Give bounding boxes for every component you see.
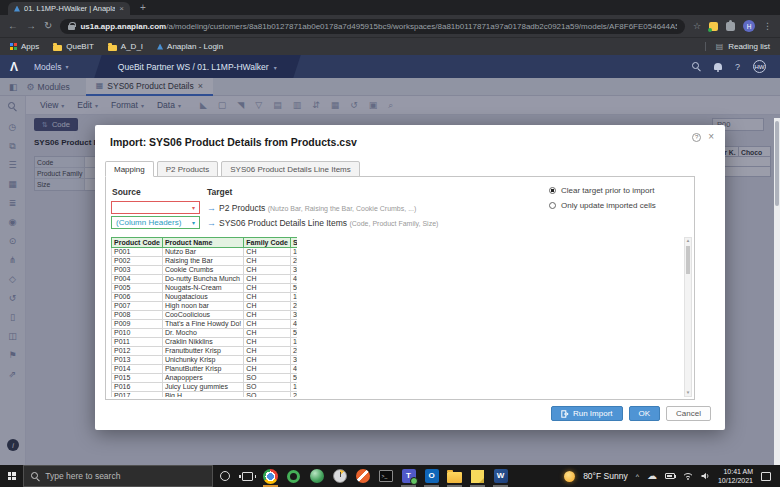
new-tab-button[interactable]: +: [140, 3, 146, 13]
browser-tab[interactable]: 01. L1MP-HWalker | Anaplan ×: [8, 2, 130, 15]
network-icon[interactable]: [683, 472, 693, 480]
taskbar-green-sphere-app[interactable]: [305, 465, 328, 487]
search-icon[interactable]: [692, 62, 701, 71]
bookmark-folder-quebit[interactable]: QueBIT: [53, 42, 94, 51]
onedrive-cloud-icon[interactable]: ☁: [647, 471, 657, 481]
app-body: ◧ ⚙Modules ▦ SYS06 Product Details × ◷⧉☰…: [0, 78, 780, 465]
cortana-icon: [220, 471, 230, 481]
option-clear-target[interactable]: Clear target prior to import: [549, 186, 656, 195]
search-input[interactable]: [45, 471, 205, 481]
Nougats-N-Cream: P005 Nougats-N-Cream CH 500g: [112, 284, 298, 293]
url-bar[interactable]: us1a.app.anaplan.com/a/modeling/customer…: [60, 19, 685, 34]
tray-chevron-icon[interactable]: ^: [636, 473, 639, 480]
battery-icon[interactable]: [665, 473, 675, 479]
apps-grid-icon: [10, 43, 17, 50]
run-import-icon: [561, 410, 569, 418]
tab-close-icon[interactable]: ×: [119, 5, 124, 13]
taskbar-clock-app[interactable]: [328, 465, 351, 487]
help-icon[interactable]: ?: [735, 62, 740, 72]
lock-icon: [68, 25, 75, 30]
taskbar-teams[interactable]: T: [397, 465, 420, 487]
Dr. Mocho: P010 Dr. Mocho CH 500g: [112, 329, 298, 338]
sticky-notes-icon: [471, 470, 484, 483]
tab-p2-products[interactable]: P2 Products: [157, 161, 219, 177]
task-view-button[interactable]: [236, 465, 259, 487]
ok-button[interactable]: OK: [629, 406, 661, 421]
dialog-help-icon[interactable]: ?: [692, 133, 701, 142]
taskbar-word[interactable]: W: [489, 465, 512, 487]
back-icon[interactable]: ←: [8, 21, 18, 31]
table-scrollbar[interactable]: ▲ ▼: [684, 237, 692, 397]
weather-text[interactable]: 80°F Sunny: [583, 471, 628, 481]
volume-icon[interactable]: [701, 472, 710, 480]
outlook-icon: O: [425, 469, 439, 483]
taskbar-sticky-notes[interactable]: [466, 465, 489, 487]
cortana-button[interactable]: [213, 465, 236, 487]
bookmark-folder-adi[interactable]: A_D_I: [108, 42, 143, 51]
table-header-cell: Product Name: [162, 238, 243, 248]
target-line-items: SYS06 Product Details Line Items (Code, …: [219, 218, 438, 228]
forward-icon[interactable]: →: [26, 21, 36, 31]
radio-selected-icon[interactable]: [549, 187, 556, 194]
browser-menu-icon[interactable]: ⋮: [763, 21, 772, 31]
bookmark-apps[interactable]: Apps: [10, 42, 39, 51]
screen: 01. L1MP-HWalker | Anaplan × + ← → ↻ us1…: [0, 0, 780, 487]
taskbar-orange-app[interactable]: [351, 465, 374, 487]
user-avatar[interactable]: HW: [753, 60, 766, 73]
anaplan-favicon-icon: [14, 6, 20, 12]
action-center-icon[interactable]: [761, 472, 771, 481]
map-arrow-icon: →: [207, 218, 216, 228]
cancel-button[interactable]: Cancel: [666, 406, 711, 421]
anaplan-logo-icon: Λ: [10, 61, 18, 73]
Nougatacious: P006 Nougatacious CH 100g: [112, 293, 298, 302]
weather-sun-icon[interactable]: [564, 471, 575, 482]
chevron-down-icon: ▾: [65, 63, 68, 70]
browser-profile-avatar[interactable]: H: [743, 20, 755, 32]
bookmarks-bar: Apps QueBIT A_D_I Anaplan - Login ▤Readi…: [0, 37, 780, 55]
extensions-puzzle-icon[interactable]: [726, 22, 735, 31]
run-import-button[interactable]: Run Import: [551, 406, 623, 421]
anaplan-favicon-icon: [157, 44, 163, 50]
dialog-tabs: Mapping P2 Products SYS06 Product Detail…: [105, 161, 363, 177]
mapping-panel: Source Target ▾ → P2 Products (Nutzo Bar…: [105, 176, 695, 400]
bookmark-anaplan-login[interactable]: Anaplan - Login: [157, 42, 223, 51]
notifications-bell-icon[interactable]: [714, 63, 722, 70]
tab-sys06-line-items[interactable]: SYS06 Product Details Line Items: [221, 161, 360, 177]
chevron-down-icon: ▾: [192, 219, 195, 226]
tab-mapping[interactable]: Mapping: [105, 161, 154, 177]
system-tray: 80°F Sunny ^ ☁ 10:41 AM10/12/2021: [564, 467, 780, 486]
taskbar-file-explorer[interactable]: [443, 465, 466, 487]
folder-icon: [53, 45, 62, 51]
dialog-close-icon[interactable]: ×: [708, 132, 714, 142]
taskbar-chrome[interactable]: [259, 465, 282, 487]
taskbar-terminal[interactable]: >_: [374, 465, 397, 487]
radio-icon[interactable]: [549, 202, 556, 209]
scrollbar-thumb[interactable]: [775, 121, 779, 206]
anaplan-header: Λ Models▾ QueBit Partner WS / 01. L1MP-H…: [0, 55, 780, 78]
source-select-2[interactable]: (Column Headers)▾: [111, 216, 200, 229]
reading-list-button[interactable]: ▤Reading list: [705, 42, 770, 51]
Cookie Crumbs: P003 Cookie Crumbs CH 300g: [112, 266, 298, 275]
file-explorer-icon: [447, 472, 462, 483]
bookmark-star-icon[interactable]: ☆: [693, 21, 701, 31]
taskbar: >_ T O W 80°F Sunny ^ ☁ 10:41 AM10/12/20…: [0, 465, 780, 487]
scroll-up-icon[interactable]: ▲: [685, 239, 691, 244]
PlanutButter Krisp: P014 PlanutButter Krisp CH 400g: [112, 365, 298, 374]
preview-table: Product CodeProduct NameFamily CodeSize …: [111, 237, 297, 397]
green-ring-app-icon: [287, 470, 300, 483]
taskbar-clock[interactable]: 10:41 AM10/12/2021: [718, 467, 753, 486]
models-dropdown[interactable]: Models▾: [34, 62, 68, 72]
option-update-only[interactable]: Only update imported cells: [549, 201, 656, 210]
Nutzo Bar: P001 Nutzo Bar CH 100g: [112, 248, 298, 257]
workspace-model-dropdown[interactable]: QueBit Partner WS / 01. L1MP-HWalker▾: [95, 55, 301, 78]
source-select-1[interactable]: ▾: [111, 201, 200, 214]
taskbar-search[interactable]: [23, 465, 213, 487]
taskbar-green-ring-app[interactable]: [282, 465, 305, 487]
scroll-down-icon[interactable]: ▼: [685, 391, 691, 396]
start-button[interactable]: [0, 465, 23, 487]
taskbar-outlook[interactable]: O: [420, 465, 443, 487]
reload-icon[interactable]: ↻: [44, 21, 52, 31]
page-scrollbar[interactable]: [774, 118, 780, 465]
extension-icon[interactable]: [709, 22, 718, 31]
scrollbar-thumb[interactable]: [686, 246, 690, 274]
